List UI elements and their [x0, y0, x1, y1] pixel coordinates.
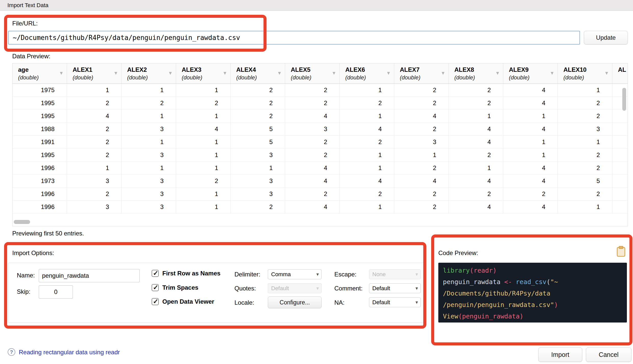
- table-row: 19912115223411: [12, 136, 628, 149]
- column-type: (double): [18, 74, 67, 81]
- check-icon: ✓: [153, 298, 159, 305]
- table-cell: 3: [558, 123, 612, 135]
- table-cell: 4: [449, 136, 503, 148]
- na-select[interactable]: Default ▾: [369, 297, 421, 307]
- table-cell: 1: [340, 162, 394, 174]
- first-row-as-names-checkbox[interactable]: ✓: [152, 270, 159, 277]
- update-button[interactable]: Update: [584, 31, 628, 45]
- open-data-viewer-option[interactable]: ✓ Open Data Viewer: [152, 297, 214, 306]
- table-cell: 4: [449, 201, 503, 213]
- table-cell: 4: [285, 175, 340, 187]
- column-type: (double): [454, 74, 503, 81]
- open-data-viewer-checkbox[interactable]: ✓: [152, 298, 159, 305]
- table-cell: 2: [67, 123, 122, 135]
- table-cell: 1995: [12, 110, 67, 122]
- table-cell: 2: [67, 136, 122, 148]
- table-cell: 4: [285, 201, 340, 213]
- import-text-data-dialog: Import Text Data File/URL: Update Data P…: [0, 0, 633, 364]
- table-cell: 2: [285, 84, 340, 96]
- column-header-alex6: ALEX6(double)▾: [340, 63, 394, 83]
- table-cell: 4: [176, 123, 231, 135]
- column-header-alex8: ALEX8(double)▾: [449, 63, 503, 83]
- column-name: ALEX5: [291, 66, 339, 73]
- table-cell: 2: [231, 97, 285, 109]
- column-header-age: age(double)▾: [12, 63, 67, 83]
- table-cell: 1996: [12, 162, 67, 174]
- table-cell: 1973: [12, 175, 67, 187]
- table-cell: 1: [176, 162, 231, 174]
- table-cell: 1: [176, 188, 231, 200]
- table-cell: 2: [449, 149, 503, 161]
- cancel-button[interactable]: Cancel: [586, 347, 631, 362]
- name-input[interactable]: [39, 269, 140, 282]
- column-menu-icon[interactable]: ▾: [60, 69, 63, 76]
- column-menu-icon[interactable]: ▾: [442, 69, 444, 76]
- table-cell: 1: [558, 201, 612, 213]
- checkbox-label: First Row as Names: [162, 270, 220, 277]
- table-cell: 2: [285, 149, 340, 161]
- table-row: 19751112212241: [12, 84, 628, 97]
- table-cell: 2: [394, 123, 449, 135]
- table-cell: 1: [122, 110, 176, 122]
- column-name: ALEX3: [182, 66, 230, 73]
- help-link[interactable]: Reading rectangular data using readr: [19, 349, 120, 356]
- delimiter-label: Delimiter:: [234, 271, 260, 278]
- table-cell: 3: [67, 201, 122, 213]
- column-menu-icon[interactable]: ▾: [278, 69, 281, 76]
- column-menu-icon[interactable]: ▾: [114, 69, 117, 76]
- locale-label: Locale:: [234, 299, 254, 306]
- delimiter-value: Comma: [271, 271, 291, 278]
- import-button[interactable]: Import: [538, 347, 582, 362]
- column-menu-icon[interactable]: ▾: [387, 69, 390, 76]
- window-title: Import Text Data: [7, 2, 48, 9]
- horizontal-scrollbar[interactable]: [14, 220, 30, 224]
- delimiter-select[interactable]: Comma ▾: [268, 269, 322, 279]
- column-menu-icon[interactable]: ▾: [169, 69, 172, 76]
- column-type: (double): [291, 74, 339, 81]
- column-menu-icon[interactable]: ▾: [496, 69, 499, 76]
- trim-spaces-option[interactable]: ✓ Trim Spaces: [152, 283, 198, 292]
- check-icon: ✓: [153, 269, 159, 277]
- table-cell: [612, 110, 628, 122]
- trim-spaces-checkbox[interactable]: ✓: [152, 284, 159, 291]
- table-cell: 4: [394, 110, 449, 122]
- quotes-select: Default ▾: [268, 283, 322, 293]
- configure-locale-button[interactable]: Configure...: [268, 297, 322, 308]
- table-cell: 1: [503, 149, 558, 161]
- table-cell: 2: [285, 188, 340, 200]
- name-label: Name:: [17, 272, 35, 279]
- table-cell: 2: [67, 188, 122, 200]
- table-row: 19954112414112: [12, 110, 628, 123]
- data-preview-label: Data Preview:: [12, 53, 50, 60]
- table-cell: 2: [340, 136, 394, 148]
- comment-label: Comment:: [334, 285, 363, 292]
- table-cell: 2: [340, 97, 394, 109]
- column-header-alex7: ALEX7(double)▾: [394, 63, 449, 83]
- table-cell: 1988: [12, 123, 67, 135]
- table-cell: [612, 162, 628, 174]
- column-menu-icon[interactable]: ▾: [551, 69, 553, 76]
- help-icon[interactable]: ?: [8, 348, 15, 356]
- table-header-row: age(double)▾ALEX1(double)▾ALEX2(double)▾…: [12, 63, 628, 84]
- table-cell: 2: [67, 97, 122, 109]
- file-url-input[interactable]: [8, 31, 580, 45]
- column-type: (double): [400, 74, 449, 81]
- quotes-value: Default: [271, 285, 289, 292]
- table-cell: 1: [558, 84, 612, 96]
- table-cell: 4: [285, 110, 340, 122]
- table-cell: 2: [558, 162, 612, 174]
- table-cell: 2: [449, 84, 503, 96]
- code-line: /penguin/penguin_rawdata.csv"): [443, 299, 627, 311]
- column-menu-icon[interactable]: ▾: [333, 69, 335, 76]
- clipboard-icon[interactable]: [616, 246, 626, 257]
- column-menu-icon[interactable]: ▾: [605, 69, 608, 76]
- first-row-as-names-option[interactable]: ✓ First Row as Names: [152, 269, 220, 278]
- comment-select[interactable]: Default ▾: [369, 283, 421, 293]
- table-cell: 2: [394, 201, 449, 213]
- table-cell: 2: [558, 97, 612, 109]
- column-header-al: AL: [612, 63, 628, 83]
- column-menu-icon[interactable]: ▾: [223, 69, 226, 76]
- skip-input[interactable]: [39, 285, 73, 299]
- vertical-scrollbar[interactable]: [622, 88, 626, 111]
- table-cell: 1: [176, 110, 231, 122]
